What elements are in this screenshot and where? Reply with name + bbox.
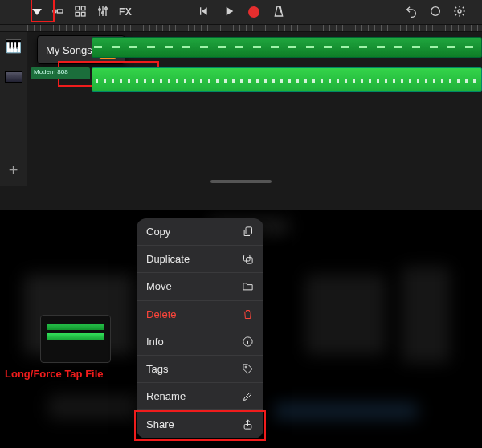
info-icon (242, 336, 254, 348)
menu-move[interactable]: Move (137, 273, 263, 300)
mixer-icon[interactable] (96, 5, 109, 20)
svg-rect-11 (246, 227, 252, 234)
menu-rename-label: Rename (146, 390, 186, 402)
tag-icon (242, 363, 254, 375)
annotation-text: Long/Force Tap File (5, 368, 104, 380)
menu-copy[interactable]: Copy (137, 218, 263, 246)
menu-tags[interactable]: Tags (137, 356, 263, 383)
metronome-icon[interactable] (272, 5, 285, 20)
record-button[interactable] (248, 6, 259, 18)
trash-icon (242, 308, 254, 320)
svg-rect-2 (76, 6, 80, 10)
instrument-piano-icon[interactable]: 🎹 (6, 39, 22, 54)
instrument-808-icon[interactable] (5, 71, 22, 83)
menu-caret-icon[interactable] (32, 9, 42, 15)
svg-point-0 (53, 10, 56, 13)
menu-move-label: Move (146, 280, 172, 292)
menu-info-label: Info (146, 336, 164, 348)
timeline-ruler[interactable] (0, 24, 482, 32)
svg-rect-3 (81, 6, 85, 10)
menu-copy-label: Copy (146, 226, 170, 238)
fx-button[interactable]: FX (119, 6, 132, 18)
menu-share-label: Share (146, 418, 174, 430)
grid-view-icon[interactable] (74, 5, 87, 20)
menu-info[interactable]: Info (137, 328, 263, 356)
svg-point-10 (458, 10, 461, 13)
track2-label[interactable]: Modern 808 (31, 67, 90, 79)
track-view-icon[interactable] (51, 5, 64, 20)
duplicate-icon (242, 253, 254, 265)
menu-duplicate[interactable]: Duplicate (137, 246, 263, 273)
track1-region[interactable] (92, 37, 482, 58)
undo-icon[interactable] (405, 5, 418, 20)
track2-region[interactable] (92, 67, 482, 92)
menu-delete[interactable]: Delete (137, 301, 263, 328)
context-menu: Copy Duplicate Move Delete Info Tags (137, 218, 263, 438)
loop-browser-icon[interactable] (429, 5, 442, 20)
menu-rename[interactable]: Rename (137, 383, 263, 410)
play-icon[interactable] (223, 5, 235, 20)
menu-tags-label: Tags (146, 363, 168, 375)
svg-rect-5 (81, 12, 85, 16)
home-indicator (210, 180, 272, 183)
svg-point-15 (245, 366, 247, 368)
toolbar: FX (0, 0, 482, 24)
rewind-icon[interactable] (197, 5, 210, 20)
editor-panel: FX 🎹 + My So (0, 0, 482, 210)
track-gutter: 🎹 + (0, 32, 27, 186)
menu-duplicate-label: Duplicate (146, 253, 190, 265)
folder-icon (242, 280, 254, 292)
menu-share[interactable]: Share (137, 410, 263, 438)
files-panel: Long/Force Tap File Copy Duplicate Move … (0, 210, 482, 448)
svg-rect-1 (57, 10, 63, 13)
pencil-icon (242, 390, 254, 402)
svg-point-9 (431, 6, 440, 15)
svg-rect-4 (76, 12, 80, 16)
settings-icon[interactable] (453, 5, 466, 20)
copy-icon (242, 226, 254, 238)
project-file-thumbnail[interactable] (40, 315, 111, 363)
share-icon (242, 418, 254, 430)
add-track-button[interactable]: + (9, 161, 18, 180)
menu-delete-label: Delete (146, 308, 177, 320)
my-songs-label: My Songs (46, 44, 92, 56)
tracks-area: 🎹 + My Songs Modern 808 (0, 32, 482, 186)
